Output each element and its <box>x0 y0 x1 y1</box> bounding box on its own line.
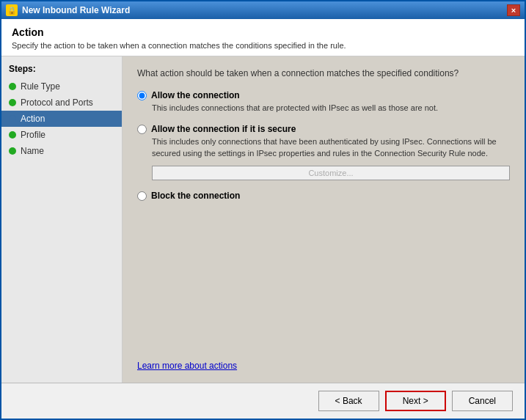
title-bar: 🔒 New Inbound Rule Wizard × <box>1 1 525 19</box>
learn-more-section: Learn more about actions <box>137 353 510 371</box>
sidebar-label-profile: Profile <box>21 130 45 140</box>
sidebar: Steps: Rule Type Protocol and Ports Acti… <box>1 56 123 383</box>
option-allow-secure-desc: This includes only connections that have… <box>152 136 510 159</box>
window-footer: < Back Next > Cancel <box>1 383 525 419</box>
sidebar-item-profile[interactable]: Profile <box>1 127 122 143</box>
sidebar-item-action[interactable]: Action <box>1 111 122 127</box>
option-block-text: Block the connection <box>151 191 240 201</box>
dot-icon <box>9 147 16 155</box>
window-title: New Inbound Rule Wizard <box>22 5 130 15</box>
option-block-radio[interactable] <box>137 191 147 201</box>
option-block-label[interactable]: Block the connection <box>137 191 510 201</box>
main-content: What action should be taken when a conne… <box>123 56 525 383</box>
sidebar-label-name: Name <box>21 146 44 156</box>
sidebar-item-rule-type[interactable]: Rule Type <box>1 78 122 95</box>
option-allow-label[interactable]: Allow the connection <box>137 90 510 100</box>
customize-button[interactable]: Customize... <box>152 166 510 180</box>
option-block-block: Block the connection <box>137 191 510 201</box>
sidebar-label-action: Action <box>21 114 45 124</box>
sidebar-item-protocol-ports[interactable]: Protocol and Ports <box>1 95 122 111</box>
close-button[interactable]: × <box>507 4 520 16</box>
question-text: What action should be taken when a conne… <box>137 68 510 78</box>
option-allow-radio[interactable] <box>137 91 147 100</box>
dot-icon <box>9 115 16 122</box>
option-allow-desc: This includes connections that are prote… <box>152 103 510 114</box>
option-allow-secure-text: Allow the connection if it is secure <box>151 124 296 134</box>
main-window: 🔒 New Inbound Rule Wizard × Action Speci… <box>0 0 526 420</box>
window-header: Action Specify the action to be taken wh… <box>1 19 525 56</box>
title-bar-left: 🔒 New Inbound Rule Wizard <box>6 4 130 16</box>
back-button[interactable]: < Back <box>318 391 379 411</box>
dot-icon <box>9 83 16 90</box>
option-allow-block: Allow the connection This includes conne… <box>137 90 510 114</box>
sidebar-title: Steps: <box>1 64 122 78</box>
option-allow-secure-block: Allow the connection if it is secure Thi… <box>137 124 510 180</box>
window-icon: 🔒 <box>6 4 18 16</box>
next-button[interactable]: Next > <box>385 391 446 411</box>
sidebar-item-name[interactable]: Name <box>1 143 122 159</box>
learn-more-link[interactable]: Learn more about actions <box>137 361 237 371</box>
options-section: Allow the connection This includes conne… <box>137 90 510 353</box>
dot-icon <box>9 131 16 139</box>
page-description: Specify the action to be taken when a co… <box>12 41 514 50</box>
cancel-button[interactable]: Cancel <box>452 391 513 411</box>
sidebar-label-rule-type: Rule Type <box>21 81 60 92</box>
dot-icon <box>9 99 16 106</box>
window-body: Steps: Rule Type Protocol and Ports Acti… <box>1 56 525 383</box>
page-title: Action <box>12 26 514 38</box>
option-allow-secure-radio[interactable] <box>137 125 147 134</box>
option-allow-secure-label[interactable]: Allow the connection if it is secure <box>137 124 510 134</box>
sidebar-label-protocol-ports: Protocol and Ports <box>21 97 93 108</box>
option-allow-text: Allow the connection <box>151 90 240 100</box>
